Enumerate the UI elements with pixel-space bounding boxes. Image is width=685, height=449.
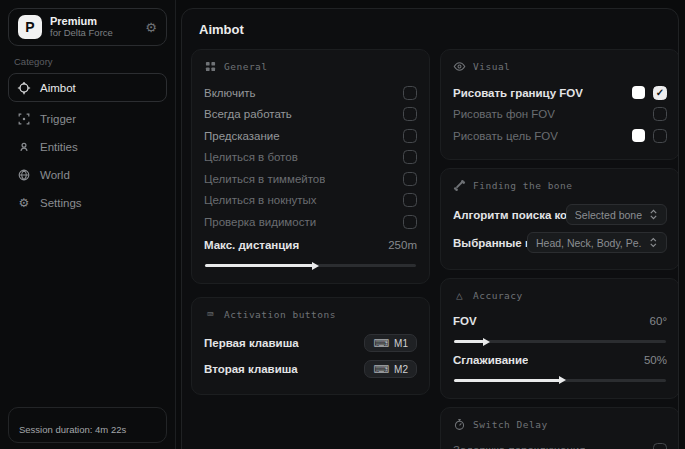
- toggle-row-target-teammates: Целиться в тиммейтов ✓: [204, 168, 417, 190]
- keybind-row-first: Первая клавиша ⌨ M1: [204, 330, 417, 356]
- accuracy-card: △ Accuracy FOV 60° Сглаживание 50%: [440, 278, 679, 399]
- app-logo: P: [18, 15, 42, 39]
- keyboard-icon: ⌨: [373, 338, 389, 349]
- color-swatch[interactable]: [632, 129, 645, 142]
- keybind-label: Вторая клавиша: [204, 363, 298, 375]
- color-swatch[interactable]: [632, 86, 645, 99]
- checkbox[interactable]: ✓: [403, 215, 417, 229]
- slider-value: 50%: [644, 354, 667, 366]
- checkbox[interactable]: ✓: [653, 107, 667, 121]
- section-title: Accuracy: [473, 290, 523, 301]
- sidebar-nav: Aimbot Trigger Entities: [0, 73, 175, 217]
- slider-value: 60°: [650, 315, 667, 327]
- logo-card: P Premium for Delta Force ⚙: [8, 8, 167, 46]
- section-title: General: [224, 61, 268, 72]
- trigger-icon: [17, 112, 31, 126]
- sidebar-item-label: Settings: [40, 197, 82, 209]
- toggle-row-enable: Включить ✓: [204, 82, 417, 104]
- bone-icon: [453, 179, 466, 192]
- dropdown-value: Selected bone: [575, 209, 642, 221]
- dropdown-label: Выбранные кости: [453, 237, 527, 249]
- sidebar-item-label: World: [40, 169, 70, 181]
- session-duration-text: Session duration: 4m 22s: [19, 424, 126, 435]
- keybind-button-m1[interactable]: ⌨ M1: [364, 334, 417, 352]
- keybind-button-m2[interactable]: ⌨ M2: [364, 360, 417, 378]
- switch-delay-card: Switch Delay Задержка переключения ✓ Зад…: [440, 407, 679, 449]
- dropdown-label: Алгоритм поиска кости: [453, 209, 566, 221]
- globe-icon: [17, 168, 31, 182]
- visual-label: Рисовать границу FOV: [453, 87, 583, 99]
- triangle-icon: △: [453, 289, 466, 302]
- toggle-row-switch-delay: Задержка переключения ✓: [453, 440, 667, 449]
- bone-selected-row: Выбранные кости Head, Neck, Body, Pe...: [453, 229, 667, 257]
- bone-algorithm-dropdown[interactable]: Selected bone: [566, 204, 667, 225]
- toggle-label: Целиться в тиммейтов: [204, 173, 325, 185]
- toggle-row-visibility-check: Проверка видимости ✓: [204, 211, 417, 233]
- person-scan-icon: [17, 140, 31, 154]
- visual-card: Visual Рисовать границу FOV ✓ Рисовать ф…: [440, 49, 679, 160]
- max-distance-slider[interactable]: [205, 264, 416, 267]
- visual-row-fov-background: Рисовать фон FOV ✓: [453, 104, 667, 126]
- checkbox[interactable]: ✓: [653, 443, 667, 449]
- checkbox[interactable]: ✓: [403, 193, 417, 207]
- fov-slider[interactable]: [454, 340, 666, 343]
- keybind-label: Первая клавиша: [204, 337, 299, 349]
- finding-bone-card: Finding the bone Алгоритм поиска кости S…: [440, 168, 679, 270]
- toggle-label: Целиться в нокнутых: [204, 194, 317, 206]
- main-panel: Aimbot General Включить ✓: [181, 8, 679, 449]
- sidebar-item-trigger[interactable]: Trigger: [8, 105, 167, 132]
- keyboard-icon: ⌨: [373, 364, 389, 375]
- sidebar-item-label: Entities: [40, 141, 78, 153]
- section-title: Visual: [473, 61, 510, 72]
- eye-icon: [453, 60, 466, 73]
- gear-icon[interactable]: ⚙: [145, 20, 157, 35]
- section-title: Activation buttons: [224, 309, 336, 320]
- category-label: Category: [14, 56, 161, 67]
- settings-gear-icon: ⚙: [17, 196, 31, 210]
- smoothing-slider[interactable]: [454, 379, 666, 382]
- page-title: Aimbot: [182, 9, 678, 49]
- visual-label: Рисовать фон FOV: [453, 108, 555, 120]
- chevron-updown-icon: [649, 237, 658, 248]
- app-title: Premium: [50, 15, 137, 28]
- toggle-row-always-work: Всегда работать ✓: [204, 104, 417, 126]
- toggle-row-prediction: Предсказание ✓: [204, 125, 417, 147]
- keybind-value: M2: [394, 364, 408, 375]
- toggle-label: Целиться в ботов: [204, 151, 298, 163]
- keybind-row-second: Вторая клавиша ⌨ M2: [204, 356, 417, 382]
- toggle-row-target-knocked: Целиться в нокнутых ✓: [204, 190, 417, 212]
- slider-label: Сглаживание: [453, 354, 528, 366]
- sidebar: P Premium for Delta Force ⚙ Category Aim…: [0, 0, 176, 449]
- slider-row-smoothing: Сглаживание 50%: [453, 349, 667, 371]
- sidebar-item-label: Trigger: [40, 113, 76, 125]
- keybind-value: M1: [394, 338, 408, 349]
- sidebar-item-aimbot[interactable]: Aimbot: [8, 73, 167, 102]
- keyboard-icon: ⌨: [204, 308, 217, 321]
- checkbox[interactable]: ✓: [403, 107, 417, 121]
- sidebar-item-world[interactable]: World: [8, 161, 167, 188]
- checkbox[interactable]: ✓: [403, 86, 417, 100]
- visual-label: Рисовать цель FOV: [453, 130, 558, 142]
- dropdown-value: Head, Neck, Body, Pe...: [536, 237, 642, 249]
- slider-row-max-distance: Макс. дистанция 250m: [204, 235, 417, 257]
- general-card: General Включить ✓ Всегда работать ✓ Пре…: [191, 49, 430, 284]
- visual-row-fov-target: Рисовать цель FOV ✓: [453, 125, 667, 147]
- slider-row-fov: FOV 60°: [453, 311, 667, 333]
- section-title: Finding the bone: [473, 180, 573, 191]
- checkbox[interactable]: ✓: [653, 129, 667, 143]
- grid-icon: [204, 60, 217, 73]
- selected-bones-dropdown[interactable]: Head, Neck, Body, Pe...: [527, 232, 667, 253]
- section-title: Switch Delay: [473, 419, 548, 430]
- toggle-label: Предсказание: [204, 130, 280, 142]
- checkbox[interactable]: ✓: [653, 86, 667, 100]
- chevron-updown-icon: [649, 209, 658, 220]
- checkbox[interactable]: ✓: [403, 129, 417, 143]
- toggle-row-target-bots: Целиться в ботов ✓: [204, 147, 417, 169]
- sidebar-item-entities[interactable]: Entities: [8, 133, 167, 160]
- bone-algo-row: Алгоритм поиска кости Selected bone: [453, 201, 667, 229]
- checkbox[interactable]: ✓: [403, 150, 417, 164]
- sidebar-item-settings[interactable]: ⚙ Settings: [8, 189, 167, 216]
- slider-label: Макс. дистанция: [204, 239, 299, 251]
- checkbox[interactable]: ✓: [403, 172, 417, 186]
- activation-buttons-card: ⌨ Activation buttons Первая клавиша ⌨ M1…: [191, 297, 430, 395]
